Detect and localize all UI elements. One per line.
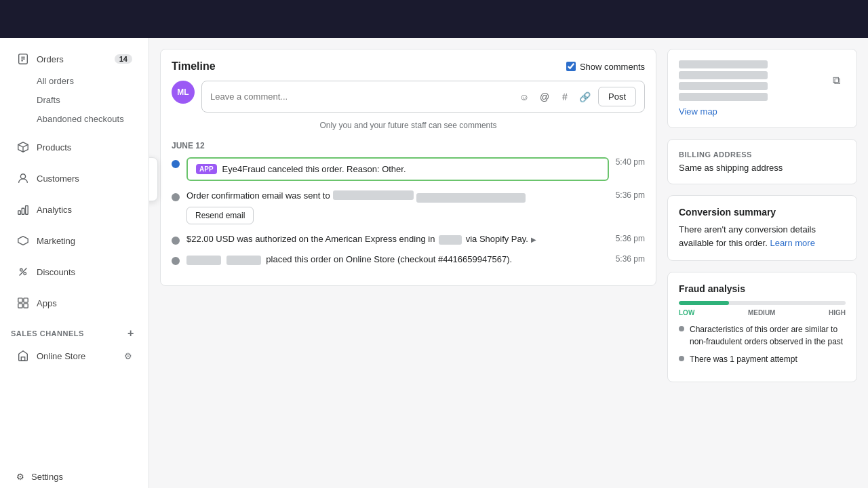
sidebar-item-products[interactable]: Products: [5, 135, 143, 159]
online-store-settings-icon[interactable]: ⚙: [124, 351, 132, 361]
timeline-entry1-time: 5:40 pm: [616, 157, 645, 167]
marketing-label: Marketing: [37, 236, 75, 246]
sidebar-item-marketing[interactable]: Marketing: [5, 228, 143, 253]
fraud-dot-1: [679, 326, 684, 331]
timeline-entry2-blurred2: ███████████████████: [416, 193, 526, 203]
fraud-bar-fill: [679, 301, 729, 305]
billing-address-section: BILLING ADDRESS Same as shipping address: [667, 139, 857, 184]
svg-point-11: [20, 269, 23, 272]
tooltip-box: optional. App will auto cancel fraud ord…: [149, 157, 158, 201]
view-map-link[interactable]: View map: [679, 106, 717, 117]
settings-label: Settings: [31, 472, 63, 482]
analytics-icon: [16, 203, 30, 216]
fraud-analysis-section: Fraud analysis LOW MEDIUM HIGH Character…: [667, 272, 857, 382]
analytics-label: Analytics: [37, 205, 72, 215]
drafts-label: Drafts: [37, 95, 60, 105]
timeline-entry1-text: Eye4Fraud canceled this order. Reason: O…: [222, 164, 406, 174]
fraud-point1-text: Characteristics of this order are simila…: [690, 323, 846, 348]
customers-label: Customers: [37, 174, 79, 184]
comment-row: ML ☺ @ # 🔗 Post: [172, 81, 645, 113]
timeline-entry2-content: Order confirmation email was sent to ███…: [186, 190, 609, 224]
timeline-entry-1: optional. App will auto cancel fraud ord…: [172, 157, 645, 181]
online-store-icon: [16, 349, 30, 363]
show-comments-toggle[interactable]: Show comments: [566, 62, 645, 72]
billing-address-label: BILLING ADDRESS: [679, 150, 846, 159]
copy-address-button[interactable]: ⧉: [827, 71, 846, 90]
resend-email-button[interactable]: Resend email: [186, 207, 254, 224]
top-bar: [0, 0, 868, 38]
sidebar-item-all-orders[interactable]: All orders: [5, 72, 143, 90]
fraud-level-low: LOW: [679, 309, 694, 317]
svg-rect-17: [24, 304, 28, 308]
timeline-entry2-text: Order confirmation email was sent to: [186, 190, 330, 201]
svg-rect-16: [18, 304, 22, 308]
abandoned-checkouts-label: Abandoned checkouts: [37, 114, 124, 124]
expand-arrow[interactable]: ▶: [531, 236, 536, 243]
apps-label: Apps: [37, 298, 57, 308]
sidebar-item-orders[interactable]: Orders 14: [5, 47, 143, 71]
orders-icon: [16, 52, 30, 66]
hashtag-button[interactable]: #: [556, 88, 574, 106]
address-section: ████ ██████ ███ ████████████ ███████ ███…: [667, 49, 857, 128]
timeline-entry2-blurred1: ██████████████: [333, 190, 414, 200]
fraud-level-high: HIGH: [829, 309, 846, 317]
products-icon: [16, 140, 30, 154]
sidebar-item-online-store[interactable]: Online Store ⚙: [5, 344, 143, 368]
fraud-dot-2: [679, 356, 684, 361]
comment-input-box[interactable]: ☺ @ # 🔗 Post: [201, 81, 645, 113]
conversion-title: Conversion summary: [679, 207, 846, 218]
sidebar: Orders 14 All orders Drafts Abandoned ch…: [0, 38, 149, 488]
post-button[interactable]: Post: [598, 87, 636, 106]
link-button[interactable]: 🔗: [576, 88, 594, 106]
discounts-icon: [16, 265, 30, 279]
learn-more-link[interactable]: Learn more: [770, 238, 814, 248]
fraud-title: Fraud analysis: [679, 283, 846, 294]
sidebar-item-discounts[interactable]: Discounts: [5, 260, 143, 284]
timeline-entry3-prefix: $22.00 USD was authorized on the America…: [186, 234, 435, 244]
sidebar-item-drafts[interactable]: Drafts: [5, 91, 143, 109]
timeline-date-label: JUNE 12: [172, 141, 645, 150]
show-comments-checkbox[interactable]: [566, 62, 576, 71]
fraud-entry-box: APP Eye4Fraud canceled this order. Reaso…: [186, 157, 609, 181]
comment-input[interactable]: [210, 92, 511, 102]
comments-hint: Only you and your future staff can see c…: [172, 121, 645, 130]
timeline-dot-4: [172, 257, 180, 265]
timeline-entry4-time: 5:36 pm: [616, 254, 645, 264]
sidebar-item-apps[interactable]: Apps: [5, 291, 143, 315]
emoji-button[interactable]: ☺: [515, 88, 533, 106]
svg-rect-9: [22, 208, 24, 214]
timeline-entry3-suffix: via Shopify Pay.: [466, 234, 528, 244]
timeline-card: Timeline Show comments ML ☺: [160, 49, 656, 286]
sidebar-item-analytics[interactable]: Analytics: [5, 197, 143, 222]
address-blurred-1: ████ ██████: [679, 60, 768, 68]
timeline-entry-2: Order confirmation email was sent to ███…: [172, 190, 645, 224]
timeline-entry-4: ██████ ██████ placed this order on Onlin…: [172, 254, 645, 265]
content-area: Timeline Show comments ML ☺: [149, 38, 868, 488]
avatar: ML: [172, 81, 195, 104]
add-sales-channel-button[interactable]: +: [124, 327, 138, 340]
sidebar-item-settings[interactable]: ⚙ Settings: [5, 466, 143, 487]
sidebar-item-abandoned-checkouts[interactable]: Abandoned checkouts: [5, 110, 143, 128]
settings-icon: ⚙: [16, 472, 24, 482]
fraud-point2-text: There was 1 payment attempt: [690, 353, 797, 365]
app-badge: APP: [196, 164, 217, 174]
online-store-label: Online Store: [37, 351, 85, 361]
customers-icon: [16, 171, 30, 185]
mention-button[interactable]: @: [536, 88, 553, 106]
address-blurred-2: ███ ████████████: [679, 71, 768, 79]
discounts-label: Discounts: [37, 267, 75, 277]
orders-badge: 14: [115, 54, 132, 64]
sidebar-item-customers[interactable]: Customers: [5, 166, 143, 190]
conversion-summary-section: Conversion summary There aren't any conv…: [667, 195, 857, 261]
address-blurred-3: ███████: [679, 82, 768, 90]
timeline-title: Timeline: [172, 60, 216, 73]
apps-icon: [16, 296, 30, 310]
svg-point-12: [24, 272, 26, 275]
billing-same-as: Same as shipping address: [679, 163, 846, 173]
svg-rect-8: [18, 211, 21, 214]
svg-point-7: [20, 174, 25, 179]
timeline-entry3-time: 5:36 pm: [616, 234, 645, 243]
fraud-point-1: Characteristics of this order are simila…: [679, 323, 846, 348]
timeline-entry4-suffix: placed this order on Online Store (check…: [266, 254, 512, 264]
conversion-text: There aren't any conversion details avai…: [679, 223, 846, 249]
